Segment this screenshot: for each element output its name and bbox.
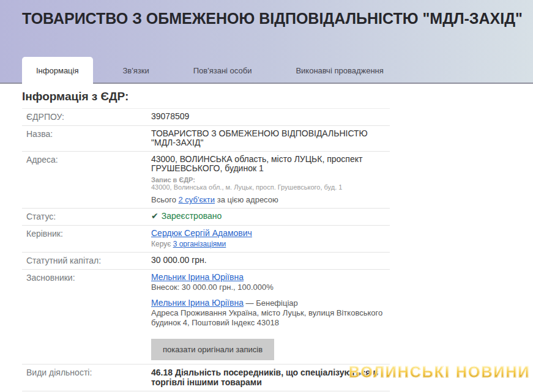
status-label: Статус:: [22, 212, 151, 221]
name-value: ТОВАРИСТВО З ОБМЕЖЕНОЮ ВІДПОВІДАЛЬНІСТЮ …: [151, 129, 390, 147]
address-subjects-line: Всього 2 суб'єкти за цією адресою: [151, 195, 390, 204]
capital-label: Статутний капітал:: [22, 256, 151, 265]
show-originals-button[interactable]: показати оригінали записів: [151, 339, 274, 360]
edr-record-value: 43000, Волинська обл., м. Луцьк, просп. …: [151, 183, 390, 191]
row-capital: Статутний капітал: 30 000.00 грн.: [22, 253, 390, 270]
founder-entry: Мельник Ірина Юріївна Внесок: 30 000.00 …: [151, 273, 390, 292]
company-header: ТОВАРИСТВО З ОБМЕЖЕНОЮ ВІДПОВІДАЛЬНІСТЮ …: [0, 0, 533, 84]
registry-info-table: ЄДРПОУ: 39078509 Назва: ТОВАРИСТВО З ОБМ…: [22, 108, 390, 391]
founder-role: — Бенефіціар: [244, 298, 298, 308]
volynski-novyny-watermark: ВОЛИНСЬКІ НОВИНИ: [349, 363, 531, 381]
tab-enforcement-proceedings-label: Виконавчі провадження: [296, 66, 383, 75]
address-value: 43000, ВОЛИНСЬКА область, місто ЛУЦЬК, п…: [151, 155, 390, 173]
founder-name-link[interactable]: Мельник Ірина Юріївна: [151, 272, 244, 282]
row-edrpou: ЄДРПОУ: 39078509: [22, 109, 390, 126]
head-label: Керівник:: [22, 229, 151, 248]
edrpou-value: 39078509: [151, 112, 390, 122]
edrpou-label: ЄДРПОУ:: [22, 112, 151, 122]
edr-record-label: Запис в ЄДР:: [151, 176, 390, 183]
founder-address: Адреса Проживання Україна, місто Луцьк, …: [151, 308, 390, 328]
subjects-count-link[interactable]: 2 суб'єкти: [178, 195, 215, 204]
name-label: Назва:: [22, 129, 151, 147]
founder-contribution: Внесок: 30 000.00 грн., 100.000%: [151, 283, 390, 292]
founder-entry: Мельник Ірина Юріївна — Бенефіціар Адрес…: [151, 298, 390, 328]
row-activities: Види діяльності: 46.18 Діяльність посере…: [22, 364, 390, 391]
page-title: ТОВАРИСТВО З ОБМЕЖЕНОЮ ВІДПОВІДАЛЬНІСТЮ …: [22, 10, 523, 28]
head-name-link[interactable]: Сердюк Сергій Адамович: [151, 228, 252, 238]
tab-information-label: Інформація: [36, 66, 79, 75]
head-manages-line: Керує 3 організаціями: [151, 240, 390, 248]
manages-prefix: Керує: [151, 240, 173, 248]
tab-bar: Інформація Зв'язки Пов'язані особи Викон…: [22, 57, 414, 84]
tab-connections-label: Зв'язки: [123, 66, 149, 75]
check-icon: ✔: [151, 211, 158, 221]
row-name: Назва: ТОВАРИСТВО З ОБМЕЖЕНОЮ ВІДПОВІДАЛ…: [22, 126, 390, 152]
tab-related-persons-label: Пов'язані особи: [193, 66, 252, 75]
subjects-suffix: за цією адресою: [215, 195, 278, 204]
status-badge: Зареєстровано: [162, 211, 222, 221]
founders-label: Засновники:: [22, 273, 151, 360]
capital-value: 30 000.00 грн.: [151, 256, 390, 265]
tab-related-persons[interactable]: Пов'язані особи: [179, 57, 266, 84]
founders-value-block: Мельник Ірина Юріївна Внесок: 30 000.00 …: [151, 273, 390, 360]
row-address: Адреса: 43000, ВОЛИНСЬКА область, місто …: [22, 152, 390, 209]
row-founders: Засновники: Мельник Ірина Юріївна Внесок…: [22, 270, 390, 364]
row-head: Керівник: Сердюк Сергій Адамович Керує 3…: [22, 226, 390, 253]
address-label: Адреса:: [22, 155, 151, 204]
tab-connections[interactable]: Зв'язки: [109, 57, 163, 84]
tab-enforcement-proceedings[interactable]: Виконавчі провадження: [281, 57, 397, 84]
main-content: Інформація з ЄДР: ЄДРПОУ: 39078509 Назва…: [0, 90, 533, 392]
tab-information[interactable]: Інформація: [22, 57, 93, 84]
subjects-prefix: Всього: [151, 195, 178, 204]
activities-label: Види діяльності:: [22, 368, 151, 387]
status-value-block: ✔Зареєстровано: [151, 212, 390, 221]
row-status: Статус: ✔Зареєстровано: [22, 209, 390, 226]
address-value-block: 43000, ВОЛИНСЬКА область, місто ЛУЦЬК, п…: [151, 155, 390, 204]
founder-name-link[interactable]: Мельник Ірина Юріївна: [151, 298, 244, 308]
manages-count-link[interactable]: 3 організаціями: [173, 240, 226, 248]
head-value-block: Сердюк Сергій Адамович Керує 3 організац…: [151, 229, 390, 248]
section-heading: Інформація з ЄДР:: [22, 90, 533, 103]
